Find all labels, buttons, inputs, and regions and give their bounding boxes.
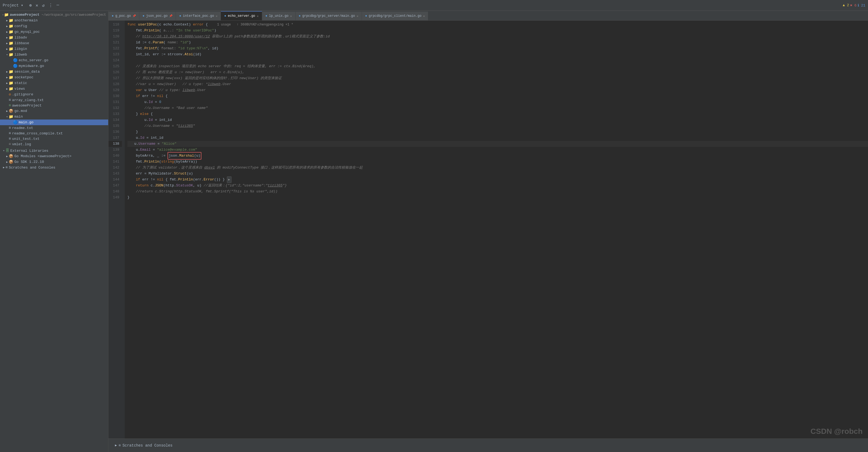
scratches-consoles-panel[interactable]: ▶ ≡ Scratches and Consoles [113,442,175,449]
code-line-139: u.Email = "alice@example.com" [127,147,868,153]
line-num-129: 129 [108,87,122,93]
code-line-120: // http://10.13.204.15:8080/user/12 获取ur… [127,34,868,39]
line-num-127: 127 [108,75,122,81]
tab-label-lp-unix-go: lp_unix.go [269,14,288,18]
tab-close-icon[interactable]: ✕ [257,14,258,18]
sidebar-item-mymidware-go[interactable]: 🔵 mymidware.go [0,63,108,69]
tab-g-poc-go[interactable]: ● g_poc.go 📌 [108,12,140,20]
editor-area[interactable]: 118 119 120 121 122 123 124 125 126 127 … [108,21,868,439]
info-badge[interactable]: ℹ 21 [858,3,865,8]
go-file-icon: 🔵 [13,58,18,63]
expand-icon: ▾ [5,53,9,56]
line-num-147: 147 [108,183,122,189]
code-lines[interactable]: func userIDPoc(c echo.Context) error { 1… [125,21,868,439]
sidebar-item-views[interactable]: ▶ 📁 views [0,86,108,92]
sidebar-item-array-clang-txt[interactable]: ≡ array_clang.txt [0,97,108,103]
scratches-expand-icon: ▶ [115,443,117,447]
line-num-119: 119 [108,28,122,34]
sidebar-item-libweb[interactable]: ▾ 📁 libweb [0,52,108,58]
tab-echo-server-go[interactable]: ● echo_server.go ✕ [221,11,262,20]
folder-icon: 📁 [9,18,13,23]
code-line-123: int_id, err := strconv.Atoi(id) [127,52,868,58]
sidebar-item-readme-txt[interactable]: ≡ readme.txt [0,125,108,131]
error-badge[interactable]: ✖ 6 [850,3,856,8]
sidebar-item-socketpoc[interactable]: ▶ 📁 socketpoc [0,74,108,80]
tab-label-g-poc-go: g_poc.go [115,14,131,18]
go-modules-icon: 📦 [9,154,13,159]
code-line-144: if err != nil { fmt.Println(err.Error())… [127,177,868,183]
collapse-icon: ▶ [5,47,9,51]
go-file-tab-icon: ● [112,14,114,18]
folder-icon: 📁 [9,46,13,51]
tab-close-icon[interactable]: ✕ [423,14,425,18]
minimize-icon[interactable]: — [56,2,60,9]
tab-interface-poc-go[interactable]: ● interface_poc.go ✕ [176,12,221,20]
sidebar-item-static[interactable]: ▶ 📁 static [0,80,108,86]
sidebar-label-anothermain: anothermain [14,19,38,23]
sidebar-project-root[interactable]: ▾ 📁 awesomeProject ~/workspace_go/src/aw… [0,12,108,18]
sidebar-item-go-sdk[interactable]: ▶ 📦 Go SDK 1.22.10 [0,159,108,165]
sidebar-item-scratches-consoles[interactable]: ▶ ≡ Scratches and Consoles [0,165,108,170]
navigate-back-icon[interactable]: ⊕ [28,2,33,9]
sidebar-item-go-modules[interactable]: ▶ 📦 Go Modules <awesomeProject> [0,153,108,159]
tab-grpc-server-main-go[interactable]: ● grpcdbg/grpc_server/main.go ✕ [296,12,362,20]
sidebar-item-libadv[interactable]: ▶ 📁 libadv [0,35,108,40]
sidebar-label-go-mod: go.mod [14,109,27,113]
text-file-icon: ≡ [9,126,11,130]
sidebar-item-libgin[interactable]: ▶ 📁 libgin [0,46,108,52]
sidebar-label-gitignore: .gitignore [12,92,33,96]
tab-json-poc-go[interactable]: ● json_poc.go 📌 [140,12,176,20]
sidebar-item-anothermain[interactable]: ▶ 📁 anothermain [0,18,108,23]
more-options-icon[interactable]: ⋮ [48,2,54,9]
code-line-129: var u User // u type: libweb.User [127,87,868,93]
project-root-label: awesomeProject ~/workspace_go/src/awesom… [10,13,106,17]
code-line-128: //var u = new(User) // u type: *libweb.U… [127,81,868,87]
sidebar-item-session-data[interactable]: ▶ 📁 session_data [0,69,108,74]
sidebar-item-awesome-project-file[interactable]: ≡ awesomeProject [0,103,108,108]
navigate-forward-icon[interactable]: ✕ [34,2,39,9]
folder-icon: 📁 [9,81,13,85]
tab-label-echo-server-go: echo_server.go [228,14,255,18]
tab-label-grpc-client-main-go: grpcdbg/grpc_client/main.go [369,14,421,18]
sidebar-label-config: config [14,24,27,28]
refresh-icon[interactable]: ↺ [41,2,46,9]
project-menu[interactable]: Project ▾ [3,3,23,8]
sidebar-item-echo-server-go[interactable]: 🔵 echo_server.go [0,58,108,63]
code-line-122: fmt.Printf( format: "id type:%T\n", id) [127,45,868,52]
warning-badge[interactable]: ▲ 2 [843,3,849,7]
mod-file-icon: 📦 [9,109,13,113]
sidebar-item-gitignore[interactable]: ⊘ .gitignore [0,92,108,97]
sidebar-item-main-go[interactable]: 🔵 main.go [0,120,108,125]
line-num-137: 137 [108,135,122,141]
code-line-127: // 所以大胆猜测 new(xxx) 返回的是对应结构体的指针，打印 new(U… [127,75,868,81]
sidebar-item-go-mod[interactable]: ▶ 📦 go.mod [0,108,108,114]
line-num-135: 135 [108,123,122,129]
main-area: ▾ 📁 awesomeProject ~/workspace_go/src/aw… [0,11,868,452]
tab-close-icon[interactable]: ✕ [356,14,359,18]
code-line-119: fmt.Println( a...: "In the userIDPoc") [127,28,868,34]
sidebar-item-go-mysql-poc[interactable]: ▶ 📁 go_mysql_poc [0,29,108,35]
code-line-132: //u.Username = "Bad user name" [127,105,868,111]
sidebar-item-vmlet-log[interactable]: ≡ vmlet.log [0,141,108,147]
pin-icon: 📌 [132,14,136,18]
go-file-icon: 🔵 [13,64,18,68]
sidebar-item-config[interactable]: ▶ 📁 config [0,23,108,29]
sidebar-item-external-libraries[interactable]: ▾ 🗄 External Libraries [0,148,108,153]
scratches-icon: ≡ [119,443,121,448]
tab-close-icon[interactable]: ✕ [290,14,292,18]
sidebar-item-libbase[interactable]: ▶ 📁 libbase [0,40,108,46]
code-fold-icon[interactable]: ▶ [227,176,231,183]
title-bar-left: Project ▾ ⊕ ✕ ↺ ⋮ — [3,2,60,9]
external-libraries-icon: 🗄 [5,149,9,153]
folder-icon: 📁 [9,87,13,91]
line-num-149: 149 [108,195,122,200]
tab-close-icon[interactable]: ✕ [216,14,218,18]
tab-grpc-client-main-go[interactable]: ● grpcdbg/grpc_client/main.go ✕ [362,12,428,20]
collapse-icon: ▶ [5,19,9,22]
sidebar-label-libadv: libadv [14,35,27,39]
sidebar-item-readme-cross-compile[interactable]: ≡ readme_cross_compile.txt [0,131,108,136]
sidebar-item-main-folder[interactable]: ▾ 📁 main [0,114,108,120]
tab-lp-unix-go[interactable]: ● lp_unix.go ✕ [262,12,296,20]
bottom-panel: ▶ ≡ Scratches and Consoles [108,439,868,452]
sidebar-item-unit-test-txt[interactable]: ≡ unit_test.txt [0,136,108,141]
